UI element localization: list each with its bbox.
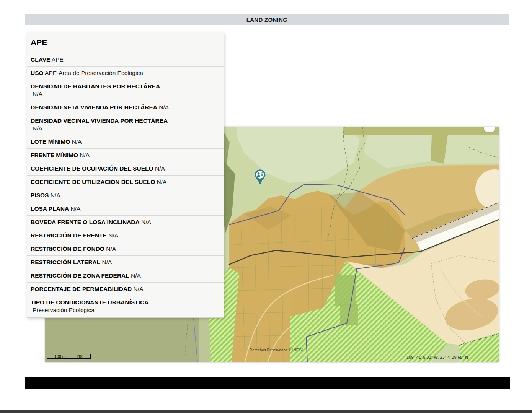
field-value: N/A: [31, 90, 215, 98]
field-label: CLAVE: [31, 56, 50, 63]
panel-row: RESTRICCIÓN DE FRENTE N/A: [27, 229, 224, 242]
field-value: N/A: [72, 138, 82, 145]
field-value: Preservación Ecologica: [31, 306, 215, 314]
panel-row: COEFICIENTE DE OCUPACIÓN DEL SUELO N/A: [27, 162, 224, 175]
panel-row: DENSIDAD NETA VIVIENDA POR HECTÁREA N/A: [27, 101, 224, 114]
field-value: N/A: [133, 286, 143, 292]
map-attribution: Derechos Reservados © INEGI: [250, 348, 303, 352]
field-label: DENSIDAD DE HABITANTES POR HECTÁREA: [31, 83, 160, 89]
field-label: BOVEDA FRENTE O LOSA INCLINADA: [31, 219, 140, 225]
field-label: LOTE MÍNIMO: [31, 138, 70, 145]
field-value: N/A: [155, 165, 165, 172]
field-label: RESTRICCIÓN DE FRENTE: [31, 232, 107, 239]
field-label: COEFICIENTE DE OCUPACIÓN DEL SUELO: [31, 165, 153, 172]
field-label: FRENTE MÍNIMO: [31, 152, 78, 158]
panel-row: RESTRICCIÓN DE FONDO N/A: [27, 242, 224, 255]
field-value: N/A: [31, 125, 215, 132]
panel-row: USO APE-Area de Preservación Ecologica: [27, 66, 224, 80]
panel-row: DENSIDAD VECINAL VIVIENDA POR HECTÁREAN/…: [27, 114, 224, 135]
panel-row: DENSIDAD DE HABITANTES POR HECTÁREAN/A: [27, 80, 224, 101]
scale-metric: 100 m: [47, 354, 73, 359]
field-label: RESTRICCIÓN DE FONDO: [31, 246, 104, 252]
field-value: N/A: [80, 152, 90, 158]
panel-row: PISOS N/A: [27, 189, 224, 202]
field-value: N/A: [159, 104, 169, 111]
page-header: LAND ZONING: [25, 14, 509, 25]
field-value: N/A: [141, 219, 151, 225]
bottom-edge-line: [0, 410, 532, 413]
field-label: COEFICIENTE DE UTILIZACIÓN DEL SUELO: [31, 179, 155, 185]
field-value: N/A: [106, 246, 116, 252]
field-value: APE: [52, 56, 64, 63]
field-value: N/A: [131, 272, 141, 279]
panel-row: PORCENTAJE DE PERMEABILIDAD N/A: [27, 282, 224, 296]
scale-imperial: 200 ft: [73, 354, 91, 359]
panel-row: RESTRICCIÓN DE ZONA FEDERAL N/A: [27, 269, 224, 282]
panel-row: CLAVE APE: [27, 53, 224, 66]
field-value: N/A: [108, 232, 118, 239]
field-label: RESTRICCIÓN LATERAL: [31, 259, 100, 265]
panel-row: TIPO DE CONDICIONANTE URBANÍSTICAPreserv…: [27, 296, 224, 317]
map-scale-bar: 100 m 200 ft: [47, 354, 91, 359]
zoning-info-popup: APE CLAVE APEUSO APE-Area de Preservació…: [27, 33, 224, 318]
panel-row: FRENTE MÍNIMO N/A: [27, 148, 224, 162]
field-label: USO: [31, 70, 44, 76]
field-value: N/A: [71, 205, 81, 212]
field-value: N/A: [102, 259, 112, 265]
field-label: PISOS: [31, 192, 49, 198]
field-label: RESTRICCIÓN DE ZONA FEDERAL: [31, 272, 129, 279]
panel-row: COEFICIENTE DE UTILIZACIÓN DEL SUELO N/A: [27, 175, 224, 189]
bottom-black-bar: [25, 377, 510, 389]
field-value: APE-Area de Preservación Ecologica: [45, 70, 143, 76]
panel-row: RESTRICCIÓN LATERAL N/A: [27, 255, 224, 269]
popup-rows: CLAVE APEUSO APE-Area de Preservación Ec…: [27, 53, 224, 317]
map-collapse-button[interactable]: [484, 127, 495, 132]
field-value: N/A: [51, 192, 60, 198]
map-coordinates: 109° 41' 5.31" W, 23° 4' 39.68" N: [406, 355, 468, 359]
panel-row: LOSA PLANA N/A: [27, 202, 224, 215]
field-label: TIPO DE CONDICIONANTE URBANÍSTICA: [31, 299, 149, 306]
field-value: N/A: [157, 179, 167, 185]
field-label: PORCENTAJE DE PERMEABILIDAD: [31, 286, 132, 292]
location-pin-icon[interactable]: [254, 169, 266, 186]
field-label: LOSA PLANA: [31, 205, 69, 212]
field-label: DENSIDAD NETA VIVIENDA POR HECTÁREA: [31, 104, 157, 111]
popup-title: APE: [27, 33, 224, 53]
panel-row: BOVEDA FRENTE O LOSA INCLINADA N/A: [27, 215, 224, 229]
field-label: DENSIDAD VECINAL VIVIENDA POR HECTÁREA: [31, 117, 168, 124]
page-title: LAND ZONING: [246, 16, 287, 23]
panel-row: LOTE MÍNIMO N/A: [27, 135, 224, 148]
